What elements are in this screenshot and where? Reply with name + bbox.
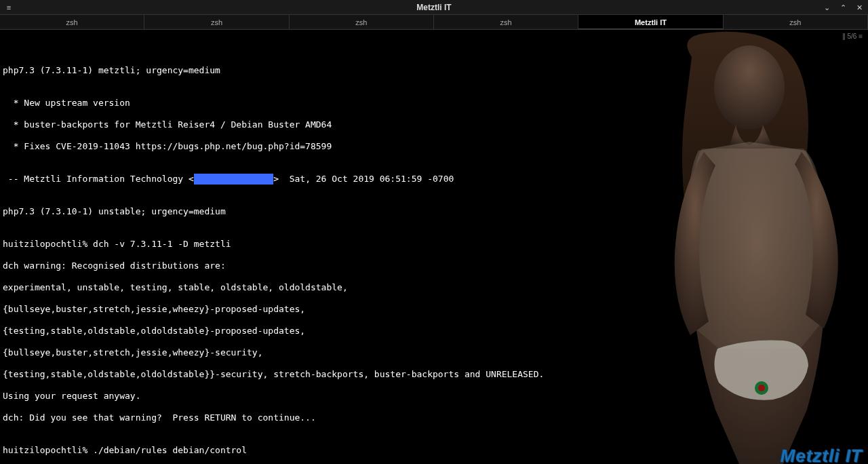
term-line: Using your request anyway.: [3, 391, 865, 402]
term-line: dch warning: Recognised distributions ar…: [3, 260, 865, 271]
minimize-icon[interactable]: ⌄: [822, 3, 831, 12]
term-line: huitzilopochtli% dch -v 7.3.11-1 -D metz…: [3, 239, 865, 250]
term-line: experimental, unstable, testing, stable,…: [3, 282, 865, 293]
tab-zsh-4[interactable]: zsh: [434, 15, 578, 29]
tab-zsh-6[interactable]: zsh: [724, 15, 868, 29]
term-line: {testing,stable,oldstable,oldoldstable}}…: [3, 369, 865, 380]
term-line: {bullseye,buster,stretch,jessie,wheezy}-…: [3, 347, 865, 358]
term-line: * Fixes CVE-2019-11043 https://bugs.php.…: [3, 141, 865, 152]
term-line: {testing,stable,oldstable,oldoldstable}-…: [3, 326, 865, 336]
term-line: huitzilopochtli% ./debian/rules debian/c…: [3, 445, 865, 456]
term-line: -- Metztli Information Technology <jxxx@…: [3, 174, 865, 185]
tab-metztli-it[interactable]: Metztli IT: [578, 15, 723, 29]
close-icon[interactable]: ✕: [854, 3, 864, 12]
titlebar-right: ⌄ ⌃ ✕: [822, 3, 864, 12]
term-line: * buster-backports for Metztli Reiser4 /…: [3, 119, 865, 130]
maximize-icon[interactable]: ⌃: [838, 3, 848, 12]
terminal-output[interactable]: php7.3 (7.3.11-1) metztli; urgency=mediu…: [0, 30, 868, 464]
tab-zsh-3[interactable]: zsh: [290, 15, 434, 29]
tab-zsh-1[interactable]: zsh: [0, 15, 144, 29]
window-title: Metztli IT: [416, 2, 451, 13]
term-line: dch: Did you see that warning? Press RET…: [3, 412, 865, 423]
tab-bar: zsh zsh zsh zsh Metztli IT zsh: [0, 15, 868, 30]
app-menu-icon[interactable]: ≡: [4, 3, 14, 12]
tab-zsh-2[interactable]: zsh: [144, 15, 289, 29]
term-line: php7.3 (7.3.11-1) metztli; urgency=mediu…: [3, 65, 865, 76]
window-titlebar: ≡ Metztli IT ⌄ ⌃ ✕: [0, 0, 868, 15]
term-line: {bullseye,buster,stretch,jessie,wheezy}-…: [3, 304, 865, 315]
term-line: * New upstream version: [3, 98, 865, 109]
titlebar-left: ≡: [4, 3, 14, 12]
term-line: php7.3 (7.3.10-1) unstable; urgency=medi…: [3, 206, 865, 217]
redacted-email: jxxx@xxxxxxx.xx: [194, 174, 273, 185]
watermark-logo: Metztli IT: [781, 450, 863, 461]
